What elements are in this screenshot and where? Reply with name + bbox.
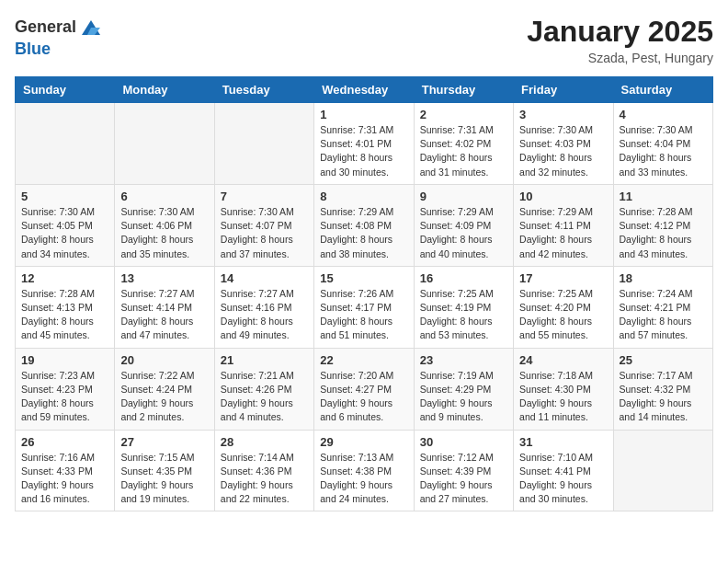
day-number: 19 [21,353,108,367]
day-number: 1 [320,108,407,121]
calendar-cell: 21Sunrise: 7:21 AMSunset: 4:26 PMDayligh… [214,348,313,430]
logo: General Blue [15,15,104,59]
day-number: 22 [320,353,407,367]
calendar-cell: 6Sunrise: 7:30 AMSunset: 4:06 PMDaylight… [115,184,214,266]
day-info: Sunrise: 7:15 AMSunset: 4:35 PMDaylight:… [120,451,208,507]
day-number: 28 [221,435,308,449]
calendar-week-row: 19Sunrise: 7:23 AMSunset: 4:23 PMDayligh… [16,348,713,430]
day-info: Sunrise: 7:26 AMSunset: 4:17 PMDaylight:… [320,287,407,343]
calendar-cell: 11Sunrise: 7:28 AMSunset: 4:12 PMDayligh… [613,184,712,266]
day-info: Sunrise: 7:30 AMSunset: 4:03 PMDaylight:… [519,123,607,179]
calendar-cell: 25Sunrise: 7:17 AMSunset: 4:32 PMDayligh… [613,348,712,430]
day-number: 16 [420,271,507,285]
day-info: Sunrise: 7:14 AMSunset: 4:36 PMDaylight:… [221,451,308,507]
calendar-cell: 29Sunrise: 7:13 AMSunset: 4:38 PMDayligh… [314,430,414,511]
day-number: 25 [620,353,707,367]
day-info: Sunrise: 7:19 AMSunset: 4:29 PMDaylight:… [420,369,507,425]
day-number: 10 [519,190,607,203]
calendar-cell: 14Sunrise: 7:27 AMSunset: 4:16 PMDayligh… [214,266,313,348]
day-number: 27 [120,435,208,449]
weekday-header: Wednesday [314,77,414,103]
day-number: 9 [420,190,507,203]
calendar-table: SundayMondayTuesdayWednesdayThursdayFrid… [15,76,713,511]
logo-icon [78,15,104,40]
day-info: Sunrise: 7:13 AMSunset: 4:38 PMDaylight:… [320,451,407,507]
calendar-week-row: 26Sunrise: 7:16 AMSunset: 4:33 PMDayligh… [16,430,713,511]
weekday-header: Saturday [613,77,712,103]
calendar-cell: 10Sunrise: 7:29 AMSunset: 4:11 PMDayligh… [514,184,613,266]
day-number: 5 [21,190,108,203]
calendar-cell: 15Sunrise: 7:26 AMSunset: 4:17 PMDayligh… [314,266,414,348]
day-info: Sunrise: 7:30 AMSunset: 4:07 PMDaylight:… [221,205,308,261]
day-info: Sunrise: 7:17 AMSunset: 4:32 PMDaylight:… [620,369,707,425]
day-number: 24 [519,353,607,367]
day-info: Sunrise: 7:27 AMSunset: 4:16 PMDaylight:… [221,287,308,343]
day-number: 4 [620,108,707,121]
calendar-cell: 4Sunrise: 7:30 AMSunset: 4:04 PMDaylight… [613,103,712,185]
calendar-cell: 31Sunrise: 7:10 AMSunset: 4:41 PMDayligh… [514,430,613,511]
calendar-week-row: 5Sunrise: 7:30 AMSunset: 4:05 PMDaylight… [16,184,713,266]
day-info: Sunrise: 7:21 AMSunset: 4:26 PMDaylight:… [221,369,308,425]
calendar-cell: 22Sunrise: 7:20 AMSunset: 4:27 PMDayligh… [314,348,414,430]
day-number: 11 [620,190,707,203]
calendar-cell: 9Sunrise: 7:29 AMSunset: 4:09 PMDaylight… [414,184,513,266]
calendar-week-row: 1Sunrise: 7:31 AMSunset: 4:01 PMDaylight… [16,103,713,185]
calendar-cell: 26Sunrise: 7:16 AMSunset: 4:33 PMDayligh… [16,430,115,511]
calendar-cell [613,430,712,511]
calendar-cell [16,103,115,185]
calendar-cell: 19Sunrise: 7:23 AMSunset: 4:23 PMDayligh… [16,348,115,430]
calendar-cell: 24Sunrise: 7:18 AMSunset: 4:30 PMDayligh… [514,348,613,430]
day-info: Sunrise: 7:25 AMSunset: 4:19 PMDaylight:… [420,287,507,343]
day-info: Sunrise: 7:25 AMSunset: 4:20 PMDaylight:… [519,287,607,343]
calendar-cell: 5Sunrise: 7:30 AMSunset: 4:05 PMDaylight… [16,184,115,266]
day-info: Sunrise: 7:30 AMSunset: 4:06 PMDaylight:… [120,205,208,261]
day-number: 17 [519,271,607,285]
weekday-header: Tuesday [214,77,313,103]
day-info: Sunrise: 7:23 AMSunset: 4:23 PMDaylight:… [21,369,108,425]
day-number: 20 [120,353,208,367]
day-info: Sunrise: 7:20 AMSunset: 4:27 PMDaylight:… [320,369,407,425]
title-area: January 2025 Szada, Pest, Hungary [527,15,713,65]
day-info: Sunrise: 7:22 AMSunset: 4:24 PMDaylight:… [120,369,208,425]
calendar-cell: 27Sunrise: 7:15 AMSunset: 4:35 PMDayligh… [115,430,214,511]
day-number: 7 [221,190,308,203]
calendar-cell: 2Sunrise: 7:31 AMSunset: 4:02 PMDaylight… [414,103,513,185]
day-info: Sunrise: 7:31 AMSunset: 4:01 PMDaylight:… [320,123,407,179]
weekday-header: Sunday [16,77,115,103]
calendar-cell [115,103,214,185]
day-info: Sunrise: 7:30 AMSunset: 4:04 PMDaylight:… [620,123,707,179]
location-subtitle: Szada, Pest, Hungary [527,51,713,65]
calendar-week-row: 12Sunrise: 7:28 AMSunset: 4:13 PMDayligh… [16,266,713,348]
day-number: 14 [221,271,308,285]
day-info: Sunrise: 7:30 AMSunset: 4:05 PMDaylight:… [21,205,108,261]
weekday-header-row: SundayMondayTuesdayWednesdayThursdayFrid… [16,77,713,103]
calendar-cell: 8Sunrise: 7:29 AMSunset: 4:08 PMDaylight… [314,184,414,266]
logo-text-general: General [15,18,76,37]
calendar-cell: 17Sunrise: 7:25 AMSunset: 4:20 PMDayligh… [514,266,613,348]
day-info: Sunrise: 7:10 AMSunset: 4:41 PMDaylight:… [519,451,607,507]
weekday-header: Monday [115,77,214,103]
day-number: 6 [120,190,208,203]
day-number: 12 [21,271,108,285]
day-number: 13 [120,271,208,285]
calendar-cell: 23Sunrise: 7:19 AMSunset: 4:29 PMDayligh… [414,348,513,430]
page-header: General Blue January 2025 Szada, Pest, H… [15,15,713,65]
day-info: Sunrise: 7:12 AMSunset: 4:39 PMDaylight:… [420,451,507,507]
day-number: 26 [21,435,108,449]
calendar-cell: 12Sunrise: 7:28 AMSunset: 4:13 PMDayligh… [16,266,115,348]
calendar-cell: 7Sunrise: 7:30 AMSunset: 4:07 PMDaylight… [214,184,313,266]
day-info: Sunrise: 7:28 AMSunset: 4:12 PMDaylight:… [620,205,707,261]
month-title: January 2025 [527,15,713,49]
calendar-cell [214,103,313,185]
day-number: 31 [519,435,607,449]
logo-text-blue: Blue [15,40,104,59]
day-info: Sunrise: 7:27 AMSunset: 4:14 PMDaylight:… [120,287,208,343]
weekday-header: Thursday [414,77,513,103]
calendar-cell: 18Sunrise: 7:24 AMSunset: 4:21 PMDayligh… [613,266,712,348]
day-info: Sunrise: 7:24 AMSunset: 4:21 PMDaylight:… [620,287,707,343]
day-info: Sunrise: 7:16 AMSunset: 4:33 PMDaylight:… [21,451,108,507]
day-number: 8 [320,190,407,203]
day-info: Sunrise: 7:29 AMSunset: 4:09 PMDaylight:… [420,205,507,261]
day-number: 21 [221,353,308,367]
day-info: Sunrise: 7:18 AMSunset: 4:30 PMDaylight:… [519,369,607,425]
